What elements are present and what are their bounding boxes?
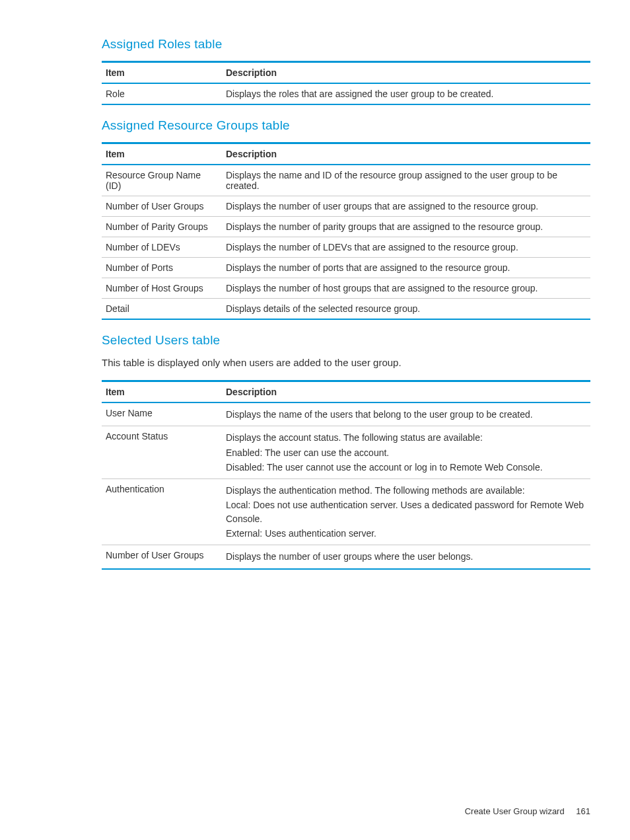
cell-item: Detail xyxy=(102,299,222,320)
cell-item: Resource Group Name (ID) xyxy=(102,165,222,196)
table-header-row: Item Description xyxy=(102,62,590,84)
th-item: Item xyxy=(102,62,222,84)
cell-description: Displays the account status. The followi… xyxy=(222,426,590,479)
table-row: Resource Group Name (ID)Displays the nam… xyxy=(102,165,590,196)
cell-item: Number of Host Groups xyxy=(102,278,222,299)
th-item: Item xyxy=(102,381,222,403)
footer-page-number: 161 xyxy=(576,806,590,816)
table-row: Number of User GroupsDisplays the number… xyxy=(102,196,590,217)
table-assigned-roles: Item Description RoleDisplays the roles … xyxy=(102,61,590,105)
table-header-row: Item Description xyxy=(102,381,590,403)
table-assigned-resource-groups: Item Description Resource Group Name (ID… xyxy=(102,142,590,320)
description-line: Disabled: The user cannot use the accoun… xyxy=(226,461,586,474)
description-line: Displays the account status. The followi… xyxy=(226,431,586,444)
cell-description: Displays the number of user groups that … xyxy=(222,196,590,217)
cell-description: Displays details of the selected resourc… xyxy=(222,299,590,320)
heading-assigned-roles: Assigned Roles table xyxy=(102,37,590,52)
cell-item: Number of Parity Groups xyxy=(102,217,222,237)
table-row: User NameDisplays the name of the users … xyxy=(102,402,590,426)
description-line: External: Uses authentication server. xyxy=(226,527,586,540)
table-row: Account StatusDisplays the account statu… xyxy=(102,426,590,479)
tbody-assigned-roles: RoleDisplays the roles that are assigned… xyxy=(102,83,590,104)
table-row: Number of Parity GroupsDisplays the numb… xyxy=(102,217,590,237)
table-row: Number of Host GroupsDisplays the number… xyxy=(102,278,590,299)
table-row: Number of PortsDisplays the number of po… xyxy=(102,258,590,278)
footer-title: Create User Group wizard xyxy=(465,806,565,816)
th-item: Item xyxy=(102,143,222,165)
cell-item: Number of LDEVs xyxy=(102,237,222,258)
table-selected-users: Item Description User NameDisplays the n… xyxy=(102,380,590,570)
cell-item: Authentication xyxy=(102,479,222,545)
th-description: Description xyxy=(222,381,590,403)
cell-description: Displays the number of parity groups tha… xyxy=(222,217,590,237)
tbody-selected-users: User NameDisplays the name of the users … xyxy=(102,402,590,569)
cell-item: Role xyxy=(102,83,222,104)
cell-description: Displays the number of user groups where… xyxy=(222,545,590,569)
selected-users-intro: This table is displayed only when users … xyxy=(102,357,590,368)
table-row: Number of User GroupsDisplays the number… xyxy=(102,545,590,569)
cell-description: Displays the name and ID of the resource… xyxy=(222,165,590,196)
description-line: Displays the authentication method. The … xyxy=(226,484,586,497)
heading-selected-users: Selected Users table xyxy=(102,333,590,348)
table-row: AuthenticationDisplays the authenticatio… xyxy=(102,479,590,545)
table-row: Number of LDEVsDisplays the number of LD… xyxy=(102,237,590,258)
cell-description: Displays the number of ports that are as… xyxy=(222,258,590,278)
description-line: Enabled: The user can use the account. xyxy=(226,446,586,459)
description-line: Local: Does not use authentication serve… xyxy=(226,498,586,525)
cell-item: Number of User Groups xyxy=(102,545,222,569)
th-description: Description xyxy=(222,143,590,165)
page-footer: Create User Group wizard 161 xyxy=(465,806,590,816)
tbody-assigned-resource-groups: Resource Group Name (ID)Displays the nam… xyxy=(102,165,590,319)
cell-description: Displays the number of host groups that … xyxy=(222,278,590,299)
cell-description: Displays the name of the users that belo… xyxy=(222,402,590,426)
cell-item: Account Status xyxy=(102,426,222,479)
table-row: DetailDisplays details of the selected r… xyxy=(102,299,590,320)
description-line: Displays the name of the users that belo… xyxy=(226,408,586,421)
cell-description: Displays the roles that are assigned the… xyxy=(222,83,590,104)
cell-description: Displays the number of LDEVs that are as… xyxy=(222,237,590,258)
cell-item: Number of User Groups xyxy=(102,196,222,217)
description-line: Displays the number of user groups where… xyxy=(226,550,586,563)
cell-item: User Name xyxy=(102,402,222,426)
cell-description: Displays the authentication method. The … xyxy=(222,479,590,545)
table-header-row: Item Description xyxy=(102,143,590,165)
table-row: RoleDisplays the roles that are assigned… xyxy=(102,83,590,104)
th-description: Description xyxy=(222,62,590,84)
cell-item: Number of Ports xyxy=(102,258,222,278)
heading-assigned-resource-groups: Assigned Resource Groups table xyxy=(102,118,590,133)
